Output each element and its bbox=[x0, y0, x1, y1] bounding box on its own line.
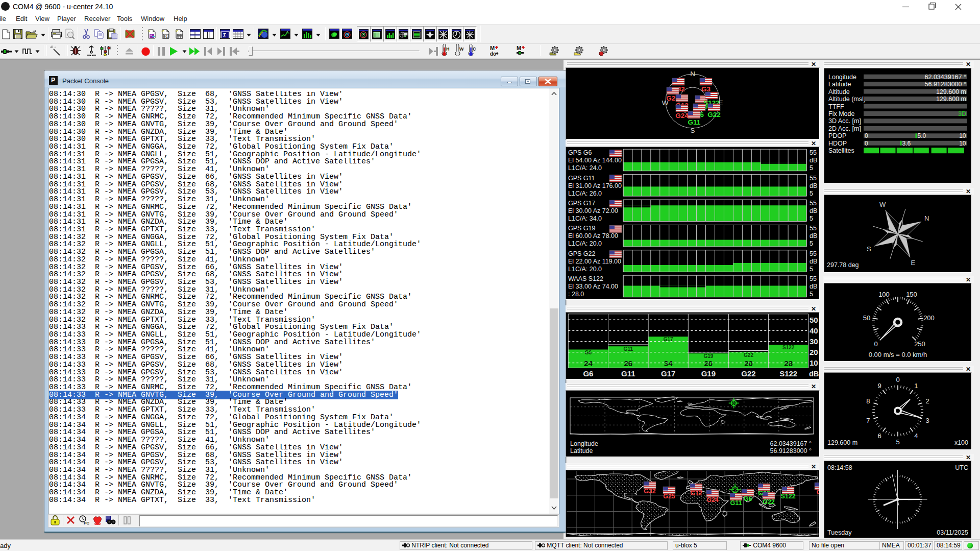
svg-text:0: 0 bbox=[896, 376, 899, 384]
svg-text:5: 5 bbox=[810, 190, 813, 197]
svg-text:HDOP: HDOP bbox=[828, 140, 847, 147]
svg-text:M: M bbox=[490, 45, 495, 51]
svg-text:55: 55 bbox=[810, 175, 817, 182]
svg-text:6: 6 bbox=[878, 432, 881, 440]
svg-text:Satellites: Satellites bbox=[828, 147, 854, 154]
svg-text:GPS G22: GPS G22 bbox=[568, 250, 596, 257]
svg-text:GPS G11: GPS G11 bbox=[568, 175, 595, 182]
svg-text:55: 55 bbox=[810, 149, 817, 156]
svg-text:5.0: 5.0 bbox=[918, 132, 926, 139]
svg-text:250: 250 bbox=[914, 340, 925, 348]
svg-text:S122: S122 bbox=[782, 345, 795, 350]
svg-text:G6: G6 bbox=[583, 369, 593, 378]
svg-text:G19: G19 bbox=[703, 353, 713, 359]
svg-text:150: 150 bbox=[906, 291, 917, 298]
svg-text:129.600 m: 129.600 m bbox=[936, 95, 966, 103]
svg-text:L1C/A: 34.0: L1C/A: 34.0 bbox=[568, 215, 602, 222]
svg-text:G22: G22 bbox=[744, 352, 753, 358]
svg-text:dB: dB bbox=[810, 232, 817, 239]
svg-text:3.6: 3.6 bbox=[902, 140, 911, 147]
svg-text:5: 5 bbox=[810, 215, 813, 222]
svg-text:0: 0 bbox=[865, 132, 868, 139]
svg-text:Latitude: Latitude bbox=[570, 447, 593, 454]
svg-text:dB: dB bbox=[810, 182, 817, 189]
svg-text:dB: dB bbox=[810, 258, 817, 265]
svg-text:5: 5 bbox=[896, 438, 899, 446]
svg-text:5: 5 bbox=[810, 266, 813, 273]
svg-text:03/11/2025: 03/11/2025 bbox=[937, 529, 968, 536]
svg-text:dB: dB bbox=[810, 207, 817, 214]
svg-text:G11: G11 bbox=[688, 118, 701, 126]
svg-text:W: W bbox=[879, 201, 886, 208]
svg-text:PDOP: PDOP bbox=[828, 132, 846, 139]
svg-text:0: 0 bbox=[865, 140, 868, 147]
svg-text:30: 30 bbox=[810, 337, 818, 346]
svg-text:55: 55 bbox=[810, 275, 817, 282]
svg-text:100: 100 bbox=[878, 291, 890, 298]
svg-text:5: 5 bbox=[810, 291, 813, 298]
svg-text:3D: 3D bbox=[958, 110, 966, 117]
svg-text:G32: G32 bbox=[644, 488, 656, 495]
svg-text:G19: G19 bbox=[701, 369, 716, 378]
svg-text:G17: G17 bbox=[661, 369, 675, 378]
svg-text:10: 10 bbox=[810, 358, 818, 367]
svg-text:G25: G25 bbox=[663, 493, 675, 500]
svg-text:L1C/A: 20.0: L1C/A: 20.0 bbox=[568, 240, 602, 247]
svg-text:G3: G3 bbox=[817, 489, 819, 496]
svg-text:S122: S122 bbox=[780, 493, 795, 500]
svg-text:50: 50 bbox=[863, 314, 870, 322]
svg-text:200: 200 bbox=[923, 314, 935, 322]
svg-text:S122: S122 bbox=[779, 369, 797, 378]
svg-text:10: 10 bbox=[959, 132, 966, 139]
svg-text:5: 5 bbox=[810, 164, 813, 172]
svg-text:dB: dB bbox=[810, 157, 817, 164]
svg-text:dB: dB bbox=[810, 283, 817, 290]
svg-text:129.600 m: 129.600 m bbox=[936, 88, 966, 95]
svg-text:20: 20 bbox=[810, 348, 818, 356]
svg-text:N: N bbox=[924, 214, 929, 222]
svg-text:H: H bbox=[446, 46, 450, 52]
svg-text:L1C/A: 24.0: L1C/A: 24.0 bbox=[568, 164, 602, 172]
svg-text:4: 4 bbox=[914, 432, 918, 440]
svg-text:129.600 m: 129.600 m bbox=[827, 439, 857, 446]
svg-text:Longitude: Longitude bbox=[570, 440, 598, 447]
svg-text:55: 55 bbox=[810, 200, 817, 207]
svg-text:55: 55 bbox=[810, 250, 817, 257]
svg-text:1: 1 bbox=[914, 382, 918, 390]
svg-text:9: 9 bbox=[878, 382, 881, 390]
svg-text:L1C/A: 20.0: L1C/A: 20.0 bbox=[568, 266, 602, 273]
svg-text:: 28.0: : 28.0 bbox=[568, 291, 584, 298]
svg-text:56.91283000 °: 56.91283000 ° bbox=[770, 447, 812, 454]
svg-text:G11: G11 bbox=[624, 346, 633, 352]
svg-text:Σ: Σ bbox=[223, 33, 226, 38]
svg-text:S: S bbox=[690, 127, 695, 134]
svg-text:56.91283000 °: 56.91283000 ° bbox=[925, 81, 966, 88]
svg-text:El 31.00 Az 176.00: El 31.00 Az 176.00 bbox=[568, 182, 622, 189]
svg-text:Tuesday: Tuesday bbox=[827, 529, 852, 536]
svg-text:8: 8 bbox=[866, 397, 870, 405]
svg-text:0.00 m/s = 0.0 km/h: 0.00 m/s = 0.0 km/h bbox=[869, 351, 927, 358]
svg-text:08:14:58: 08:14:58 bbox=[827, 464, 852, 471]
svg-text:M: M bbox=[517, 45, 521, 51]
svg-text:G22: G22 bbox=[741, 369, 755, 378]
svg-text:G11: G11 bbox=[621, 369, 635, 378]
svg-text:G11: G11 bbox=[730, 499, 742, 507]
svg-text:E: E bbox=[911, 259, 916, 267]
svg-text:PC: PC bbox=[84, 521, 89, 525]
svg-text:7: 7 bbox=[866, 417, 870, 424]
svg-text:Altitude: Altitude bbox=[828, 88, 850, 95]
svg-text:C: C bbox=[473, 46, 476, 52]
svg-text:El 30.00 Az 72.00: El 30.00 Az 72.00 bbox=[568, 207, 618, 214]
svg-text:dο: dο bbox=[490, 51, 496, 56]
svg-text:GPS G6: GPS G6 bbox=[568, 149, 592, 156]
svg-text:El 33.00 Az 74.00: El 33.00 Az 74.00 bbox=[568, 283, 618, 290]
svg-text:G24: G24 bbox=[706, 496, 719, 504]
svg-text:TTFF: TTFF bbox=[828, 103, 844, 110]
svg-text:GPS G19: GPS G19 bbox=[568, 225, 596, 232]
svg-text:50: 50 bbox=[810, 316, 818, 324]
svg-text:0: 0 bbox=[874, 340, 877, 348]
svg-text:Altitude (msl): Altitude (msl) bbox=[828, 95, 866, 103]
svg-text:55: 55 bbox=[810, 225, 817, 232]
svg-text:297.78 deg: 297.78 deg bbox=[827, 261, 859, 269]
svg-text:G22: G22 bbox=[763, 498, 775, 506]
